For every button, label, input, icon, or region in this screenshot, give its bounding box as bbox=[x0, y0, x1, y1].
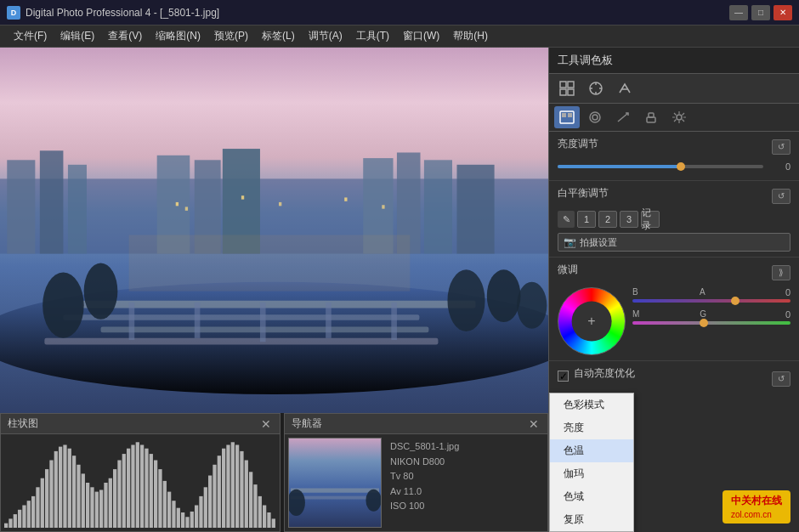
micro-label-a: A bbox=[700, 287, 706, 297]
micro-chevron[interactable]: ⟫ bbox=[772, 265, 790, 280]
svg-rect-66 bbox=[150, 454, 153, 528]
watermark-subtext: zol.com.cn bbox=[731, 510, 772, 519]
menu-thumbnail[interactable]: 缩略图(N) bbox=[149, 26, 207, 46]
icon-tab-panel2[interactable] bbox=[583, 77, 609, 99]
wb-btn1[interactable]: 1 bbox=[577, 211, 596, 228]
svg-rect-102 bbox=[568, 89, 574, 95]
svg-rect-71 bbox=[172, 501, 175, 528]
menu-bar: 文件(F) 编辑(E) 查看(V) 缩略图(N) 预览(P) 标签(L) 调节(… bbox=[0, 25, 799, 48]
context-item-restore[interactable]: 复原 bbox=[550, 508, 633, 531]
menu-file[interactable]: 文件(F) bbox=[7, 26, 54, 46]
wb-btn3[interactable]: 3 bbox=[620, 211, 638, 228]
navigator-panel: 导航器 ✕ bbox=[284, 413, 548, 532]
svg-rect-55 bbox=[99, 490, 103, 528]
svg-rect-94 bbox=[289, 439, 381, 527]
auto-brightness-title: 自动亮度优化 bbox=[574, 366, 635, 381]
context-item-gamma[interactable]: 伽玛 bbox=[550, 462, 633, 485]
micro-thumb1[interactable] bbox=[731, 297, 740, 305]
context-item-colorspace[interactable]: 色域 bbox=[550, 485, 633, 508]
auto-checkbox-row: ✓ 自动亮度优化 bbox=[558, 366, 635, 386]
icon-tab-panel1[interactable] bbox=[554, 77, 580, 99]
svg-rect-116 bbox=[649, 113, 654, 117]
icon-tab-panel3[interactable] bbox=[612, 77, 638, 99]
watermark: 中关村在线 zol.com.cn bbox=[722, 490, 790, 524]
svg-rect-43 bbox=[45, 469, 48, 528]
micro-adjust-section: 微调 ⟫ + B A 0 bbox=[549, 258, 799, 361]
nav-thumb-svg bbox=[289, 439, 381, 527]
svg-rect-11 bbox=[424, 160, 452, 253]
navigator-close[interactable]: ✕ bbox=[527, 417, 541, 431]
icon-tab-color[interactable] bbox=[554, 106, 580, 128]
brightness-reset[interactable]: ↺ bbox=[772, 139, 790, 155]
histogram-close[interactable]: ✕ bbox=[259, 417, 273, 431]
right-scroll[interactable]: 亮度调节 ↺ 0 白平衡调节 ↺ ✎ bbox=[549, 132, 799, 393]
menu-view[interactable]: 查看(V) bbox=[101, 26, 149, 46]
stamp-tab-icon bbox=[643, 110, 659, 124]
menu-bookmark[interactable]: 标签(L) bbox=[255, 26, 302, 46]
svg-rect-46 bbox=[59, 447, 62, 528]
micro-slider2[interactable] bbox=[632, 321, 790, 325]
svg-rect-99 bbox=[560, 82, 566, 88]
maximize-button[interactable]: □ bbox=[751, 5, 770, 20]
menu-edit[interactable]: 编辑(E) bbox=[54, 26, 101, 46]
context-item-brightness[interactable]: 亮度 bbox=[550, 416, 633, 439]
panel1-icon bbox=[559, 81, 575, 96]
menu-adjust[interactable]: 调节(A) bbox=[302, 26, 349, 46]
svg-point-113 bbox=[592, 115, 598, 120]
watermark-text: 中关村在线 bbox=[731, 495, 782, 507]
micro-slider1-row bbox=[632, 299, 790, 303]
micro-slider1[interactable] bbox=[632, 299, 790, 303]
svg-rect-86 bbox=[240, 451, 243, 528]
svg-rect-44 bbox=[49, 461, 53, 529]
menu-preview[interactable]: 预览(P) bbox=[207, 26, 255, 46]
svg-rect-73 bbox=[181, 512, 184, 528]
wb-btn2[interactable]: 2 bbox=[598, 211, 617, 228]
icon-tab-edit[interactable] bbox=[610, 106, 636, 128]
svg-rect-51 bbox=[82, 473, 85, 528]
brightness-value: 0 bbox=[767, 161, 790, 172]
nav-iso: ISO 100 bbox=[390, 499, 459, 514]
auto-reset[interactable]: ↺ bbox=[772, 371, 790, 387]
context-item-colormode[interactable]: 色彩模式 bbox=[550, 393, 633, 416]
close-button[interactable]: ✕ bbox=[774, 5, 792, 20]
micro-thumb2[interactable] bbox=[700, 319, 708, 327]
icon-tab-settings[interactable] bbox=[666, 106, 692, 128]
svg-rect-72 bbox=[177, 508, 180, 528]
svg-rect-92 bbox=[267, 512, 270, 528]
wb-dropdown[interactable]: 📷 拍摄设置 bbox=[558, 233, 790, 252]
auto-checkbox[interactable]: ✓ bbox=[558, 371, 569, 382]
svg-rect-79 bbox=[208, 476, 212, 528]
main-photo[interactable] bbox=[0, 48, 548, 413]
svg-rect-38 bbox=[22, 506, 26, 529]
nav-thumbnail[interactable] bbox=[288, 438, 382, 528]
menu-tools[interactable]: 工具(T) bbox=[349, 26, 396, 46]
svg-rect-36 bbox=[14, 514, 17, 528]
svg-rect-85 bbox=[235, 444, 239, 528]
wb-eyedropper[interactable]: ✎ bbox=[558, 211, 575, 228]
svg-rect-56 bbox=[104, 483, 107, 528]
context-item-colortemp[interactable]: 色温 bbox=[550, 439, 633, 462]
menu-help[interactable]: 帮助(H) bbox=[446, 26, 495, 46]
svg-rect-42 bbox=[41, 478, 44, 528]
menu-window[interactable]: 窗口(W) bbox=[396, 26, 446, 46]
svg-rect-5 bbox=[68, 165, 87, 254]
icon-tab-lens[interactable] bbox=[582, 106, 608, 128]
minimize-button[interactable]: — bbox=[729, 5, 748, 20]
svg-rect-60 bbox=[122, 454, 126, 528]
wb-title: 白平衡调节 bbox=[558, 186, 609, 201]
micro-label-b: B bbox=[632, 287, 638, 297]
svg-rect-101 bbox=[560, 89, 566, 95]
color-wheel[interactable]: + bbox=[558, 287, 626, 355]
watermark-container: 中关村在线 zol.com.cn bbox=[722, 490, 790, 524]
brightness-slider[interactable] bbox=[558, 165, 763, 168]
svg-rect-50 bbox=[76, 465, 80, 528]
micro-slider2-row bbox=[632, 321, 790, 325]
svg-rect-30 bbox=[241, 195, 244, 199]
icon-tab-stamp[interactable] bbox=[638, 106, 664, 128]
wb-btn-record[interactable]: 记录 bbox=[641, 211, 660, 228]
wb-reset[interactable]: ↺ bbox=[772, 189, 790, 204]
histogram-panel: 柱状图 ✕ bbox=[0, 413, 280, 532]
micro-sliders: B A 0 M G 0 bbox=[632, 287, 790, 328]
brightness-header: 亮度调节 ↺ bbox=[558, 137, 790, 156]
brightness-thumb[interactable] bbox=[677, 162, 685, 171]
